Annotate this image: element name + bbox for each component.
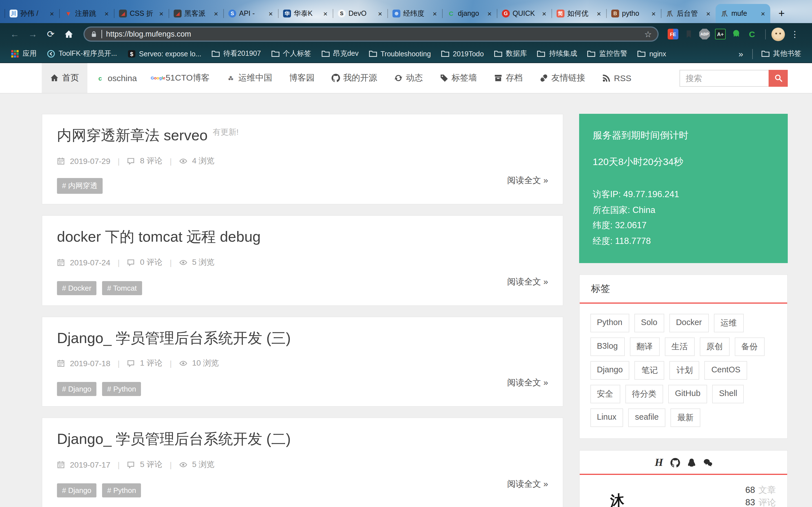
bookmark-item[interactable]: 监控告警	[583, 47, 631, 60]
bookmark-flag-extension-icon[interactable]	[683, 29, 694, 40]
github-icon[interactable]	[670, 457, 680, 467]
sidebar-tag-seafile[interactable]: seafile	[628, 408, 665, 427]
sidebar-tag-Django[interactable]: Django	[590, 361, 629, 379]
tab-close-icon[interactable]: ×	[486, 9, 493, 18]
bookmark-item[interactable]: nginx	[633, 48, 670, 60]
read-more-link[interactable]: 阅读全文 »	[507, 175, 548, 186]
forward-button[interactable]: →	[25, 26, 41, 42]
post-title[interactable]: Django_ 学员管理后台系统开发 (二)	[57, 430, 291, 449]
nav-item-51CTO博客[interactable]: Google 51CTO博客	[145, 63, 218, 93]
bookmark-item[interactable]: 待看201907	[207, 47, 265, 60]
bookmark-item[interactable]: 个人标签	[267, 47, 315, 60]
bookmark-star-icon[interactable]: ☆	[644, 29, 652, 39]
browser-tab[interactable]: 川 孙伟 / ×	[4, 4, 59, 23]
search-button[interactable]	[769, 69, 788, 87]
nav-item-RSS[interactable]: RSS	[594, 63, 640, 93]
tab-close-icon[interactable]: ×	[759, 9, 767, 18]
sidebar-tag-计划[interactable]: 计划	[670, 361, 700, 379]
tab-close-icon[interactable]: ×	[376, 9, 384, 18]
browser-tab[interactable]: B pytho ×	[606, 4, 661, 23]
bookmark-item[interactable]: 数据库	[490, 47, 531, 60]
post-tag-pill[interactable]: # Django	[57, 382, 96, 396]
sidebar-tag-备份[interactable]: 备份	[734, 337, 764, 356]
read-more-link[interactable]: 阅读全文 »	[507, 479, 548, 490]
bookmark-item[interactable]: Troubleshooting	[365, 48, 435, 60]
adblock-plus-extension-icon[interactable]: ABP	[699, 29, 710, 40]
sidebar-tag-生活[interactable]: 生活	[665, 337, 695, 356]
bookmark-item[interactable]: 昂克dev	[317, 47, 362, 60]
sidebar-tag-安全[interactable]: 安全	[590, 385, 620, 403]
nav-item-标签墙[interactable]: 标签墙	[432, 63, 486, 93]
browser-tab[interactable]: 爪 后台管 ×	[661, 4, 716, 23]
nav-item-动态[interactable]: 动态	[386, 63, 432, 93]
tab-close-icon[interactable]: ×	[540, 9, 548, 18]
c-extension-icon[interactable]: C	[747, 29, 757, 40]
sidebar-tag-Solo[interactable]: Solo	[634, 314, 664, 332]
nav-item-友情链接[interactable]: 友情链接	[531, 63, 594, 93]
post-comments[interactable]: 1 评论	[140, 358, 162, 369]
post-title[interactable]: 内网穿透新章法 serveo	[57, 126, 208, 145]
post-comments[interactable]: 0 评论	[140, 257, 162, 267]
sidebar-tag-运维[interactable]: 运维	[714, 314, 744, 332]
sidebar-tag-翻译[interactable]: 翻译	[629, 337, 659, 356]
bookmark-item[interactable]: 2019Todo	[437, 48, 488, 60]
tab-close-icon[interactable]: ×	[650, 9, 658, 18]
nav-item-我的开源[interactable]: 我的开源	[323, 63, 386, 93]
bookmark-item[interactable]: $ Serveo: expose lo...	[123, 48, 205, 60]
sidebar-tag-笔记[interactable]: 笔记	[635, 361, 665, 379]
browser-tab[interactable]: S API - ×	[223, 4, 278, 23]
tab-close-icon[interactable]: ×	[212, 9, 220, 18]
browser-tab[interactable]: G QUICK ×	[497, 4, 552, 23]
url-text[interactable]: https://blog.mufengs.com	[106, 30, 640, 38]
sidebar-tag-待分类[interactable]: 待分类	[625, 385, 663, 403]
bookmark-item[interactable]: 应用	[7, 47, 41, 60]
bookmark-item[interactable]: ToolFK-程序员开...	[43, 47, 121, 60]
search-input[interactable]	[679, 69, 769, 87]
evernote-extension-icon[interactable]	[731, 29, 742, 40]
browser-tab[interactable]: 简 如何优 ×	[552, 4, 606, 23]
sidebar-tag-Python[interactable]: Python	[590, 314, 629, 332]
browser-tab[interactable]: ▼ 注册跳 ×	[59, 4, 114, 23]
tab-close-icon[interactable]: ×	[321, 9, 329, 18]
tab-close-icon[interactable]: ×	[48, 9, 56, 18]
sidebar-tag-GitHub[interactable]: GitHub	[668, 385, 707, 403]
post-comments[interactable]: 5 评论	[140, 460, 162, 470]
browser-tab[interactable]: S DevO ×	[333, 4, 388, 23]
new-tab-button[interactable]: +	[774, 6, 790, 21]
profile-avatar[interactable]	[771, 27, 785, 41]
post-title[interactable]: docker 下的 tomcat 远程 debug	[57, 228, 261, 247]
sidebar-tag-Docker[interactable]: Docker	[669, 314, 709, 332]
post-comments[interactable]: 8 评论	[140, 156, 162, 166]
sidebar-tag-CentOS[interactable]: CentOS	[705, 361, 747, 379]
browser-tab[interactable]: C django ×	[442, 4, 497, 23]
browser-tab[interactable]: ⊕ 经纬度 ×	[388, 4, 442, 23]
reload-button[interactable]: ⟳	[43, 26, 59, 42]
post-title[interactable]: Django_ 学员管理后台系统开发 (三)	[57, 329, 291, 348]
a-plus-extension-icon[interactable]: A+	[715, 29, 726, 40]
sidebar-tag-原创[interactable]: 原创	[700, 337, 729, 356]
post-tag-pill[interactable]: # Tomcat	[102, 281, 142, 295]
nav-item-oschina[interactable]: c oschina	[87, 63, 145, 93]
browser-tab[interactable]: 爪 mufe ×	[716, 4, 770, 23]
post-tag-pill[interactable]: # 内网穿透	[57, 178, 103, 194]
nav-item-博客园[interactable]: 博客园	[281, 63, 323, 93]
browser-tab[interactable]: ◢ 黑客派 ×	[168, 4, 223, 23]
post-tag-pill[interactable]: # Python	[102, 382, 141, 396]
home-button[interactable]	[61, 26, 77, 42]
address-bar[interactable]: https://blog.mufengs.com ☆	[84, 26, 659, 42]
post-tag-pill[interactable]: # Django	[57, 483, 96, 497]
browser-tab[interactable]: 华 华泰K ×	[278, 4, 333, 23]
tab-close-icon[interactable]: ×	[431, 9, 439, 18]
qq-icon[interactable]	[687, 457, 697, 467]
hacpai-icon[interactable]: H	[654, 457, 664, 467]
post-tag-pill[interactable]: # Python	[102, 483, 141, 497]
tab-close-icon[interactable]: ×	[704, 9, 712, 18]
nav-item-运维中国[interactable]: ⁂ 运维中国	[218, 63, 281, 93]
browser-tab[interactable]: ◢ CSS 折 ×	[114, 4, 168, 23]
sidebar-tag-Shell[interactable]: Shell	[712, 385, 744, 403]
read-more-link[interactable]: 阅读全文 »	[507, 276, 548, 287]
read-more-link[interactable]: 阅读全文 »	[507, 378, 548, 388]
back-button[interactable]: ←	[7, 26, 22, 42]
sidebar-tag-Linux[interactable]: Linux	[590, 408, 623, 427]
tab-close-icon[interactable]: ×	[103, 9, 110, 18]
